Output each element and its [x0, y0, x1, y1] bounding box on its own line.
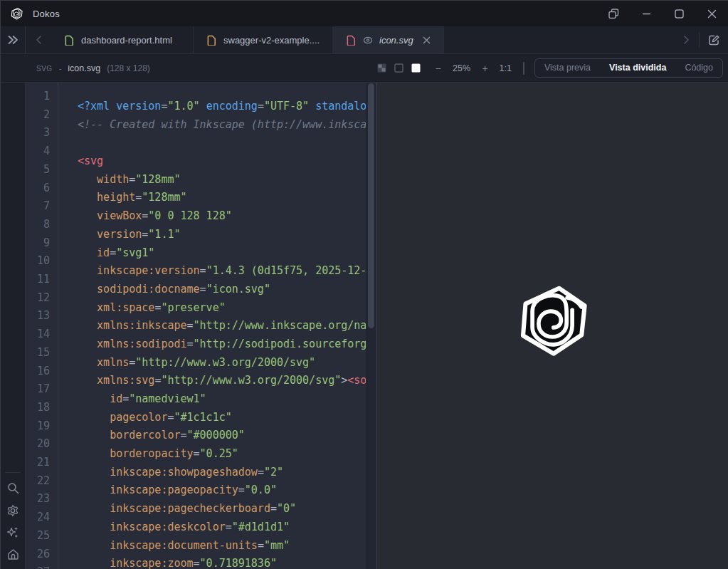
code-line: inkscape:pageopacity="0.0"	[78, 481, 366, 500]
expand-sidebar-button[interactable]	[1, 26, 26, 53]
chevron-left-icon	[36, 35, 42, 45]
app-window: Dokos	[0, 0, 728, 569]
code-line: inkscape:deskcolor="#d1d1d1"	[78, 518, 366, 537]
checkerboard-background-button[interactable]	[377, 63, 386, 73]
line-number: 8	[26, 216, 58, 234]
search-button[interactable]	[6, 481, 21, 496]
close-icon	[423, 36, 431, 44]
dark-background-button[interactable]	[394, 63, 403, 73]
file-name: icon.svg	[68, 63, 100, 73]
code-line: xmlns="http://www.w3.org/2000/svg"	[78, 354, 366, 372]
line-number: 10	[26, 252, 58, 271]
view-mode-switcher: Vista previa Vista dividida Código	[534, 58, 723, 78]
compose-icon	[708, 34, 720, 46]
line-number: 7	[26, 197, 58, 216]
code-line: bordercolor="#000000"	[78, 427, 366, 445]
html-file-icon	[64, 35, 75, 46]
tab-bar: dashboard-report.html swagger-v2-example…	[1, 26, 728, 54]
checkerboard-icon	[377, 63, 386, 73]
zoom-in-button[interactable]: +	[479, 63, 492, 74]
title-bar: Dokos	[1, 1, 728, 26]
dokos-logo-icon	[10, 7, 23, 21]
line-number: 26	[26, 545, 58, 564]
file-meta-separator: -	[59, 64, 62, 73]
preview-eye-icon	[363, 36, 373, 44]
activity-rail	[1, 83, 26, 569]
line-number: 4	[26, 142, 58, 161]
white-background-button[interactable]	[411, 63, 421, 73]
code-line: <!-- Created with Inkscape (http://www.i…	[78, 116, 366, 135]
svg-file-icon	[346, 35, 357, 46]
code-line: xmlns:inkscape="http://www.inkscape.org/…	[78, 317, 366, 335]
toolbar-separator	[523, 62, 524, 75]
actual-size-button[interactable]: 1:1	[500, 63, 512, 73]
line-number: 18	[26, 399, 58, 417]
close-icon	[707, 9, 717, 19]
line-number: 1	[26, 88, 58, 106]
gear-icon	[6, 504, 19, 517]
tabs-scroll-left-button[interactable]	[26, 26, 51, 53]
rail-spacer	[1, 83, 25, 472]
overlap-windows-button[interactable]	[597, 1, 630, 26]
zoom-level: 25%	[450, 63, 474, 73]
code-line	[78, 134, 366, 152]
tab-label: swagger-v2-example....	[223, 35, 320, 46]
line-number: 22	[26, 472, 58, 491]
line-number: 20	[26, 435, 58, 454]
square-filled-icon	[411, 63, 421, 73]
document-toolbar: SVG - icon.svg (128 x 128)	[1, 54, 728, 83]
home-icon	[7, 548, 19, 560]
svg-preview-pane	[377, 83, 728, 569]
scrollbar-thumb[interactable]	[368, 83, 374, 328]
code-editor-pane[interactable]: 1234567891011121314151617181920212223242…	[26, 83, 376, 569]
tab-dashboard-report[interactable]: dashboard-report.html	[51, 26, 194, 53]
line-number: 3	[26, 124, 58, 142]
file-type-badge: SVG	[36, 65, 53, 73]
file-meta: SVG - icon.svg (128 x 128)	[36, 63, 150, 73]
ai-assistant-button[interactable]	[6, 525, 21, 540]
code-line: width="128mm"	[78, 171, 366, 189]
code-line: inkscape:zoom="0.71891836"	[78, 555, 366, 569]
zoom-controls: − 25% + 1:1	[432, 63, 512, 74]
zoom-out-button[interactable]: −	[432, 63, 445, 74]
tab-swagger-v2-example[interactable]: swagger-v2-example....	[194, 26, 333, 53]
home-button[interactable]	[6, 547, 21, 562]
settings-button[interactable]	[6, 503, 21, 518]
close-button[interactable]	[695, 1, 728, 26]
line-number: 19	[26, 417, 58, 436]
code-line: inkscape:document-units="mm"	[78, 537, 366, 555]
minimize-button[interactable]	[630, 1, 663, 26]
tab-close-button[interactable]	[423, 36, 431, 44]
line-number: 24	[26, 508, 58, 527]
line-number: 13	[26, 307, 58, 325]
line-number: 23	[26, 490, 58, 508]
chevrons-right-icon	[7, 35, 19, 45]
main-area: 1234567891011121314151617181920212223242…	[1, 83, 728, 569]
code-line: height="128mm"	[78, 189, 366, 207]
tabs-scroll-right-button[interactable]	[673, 35, 699, 45]
new-file-button[interactable]	[700, 34, 728, 46]
code-line: xmlns:svg="http://www.w3.org/2000/svg"><…	[78, 372, 366, 390]
view-mode-split[interactable]: Vista dividida	[600, 59, 675, 77]
view-mode-preview[interactable]: Vista previa	[535, 59, 600, 77]
editor-scrollbar[interactable]	[366, 83, 376, 569]
code-line: <?xml version="1.0" encoding="UTF-8" sta…	[78, 98, 366, 116]
line-number: 15	[26, 344, 58, 362]
preview-background-toggles	[377, 63, 421, 73]
line-number: 5	[26, 161, 58, 179]
tab-icon-svg[interactable]: icon.svg	[333, 26, 444, 53]
code-line: xml:space="preserve"	[78, 299, 366, 318]
line-number: 12	[26, 289, 58, 308]
code-line: inkscape:version="1.4.3 (0d15f75, 2025-1…	[78, 262, 366, 281]
line-number: 27	[26, 563, 58, 569]
code-line: inkscape:showpageshadow="2"	[78, 464, 366, 482]
maximize-button[interactable]	[663, 1, 695, 26]
code-line: inkscape:pagecheckerboard="0"	[78, 500, 366, 518]
code-view[interactable]: <?xml version="1.0" encoding="UTF-8" sta…	[58, 83, 366, 569]
view-mode-code[interactable]: Código	[675, 59, 722, 77]
app-title: Dokos	[33, 9, 60, 19]
code-line: id="namedview1"	[78, 390, 366, 409]
code-line: xmlns:sodipodi="http://sodipodi.sourcefo…	[78, 335, 366, 354]
line-number: 9	[26, 234, 58, 253]
tab-label: dashboard-report.html	[81, 35, 172, 46]
